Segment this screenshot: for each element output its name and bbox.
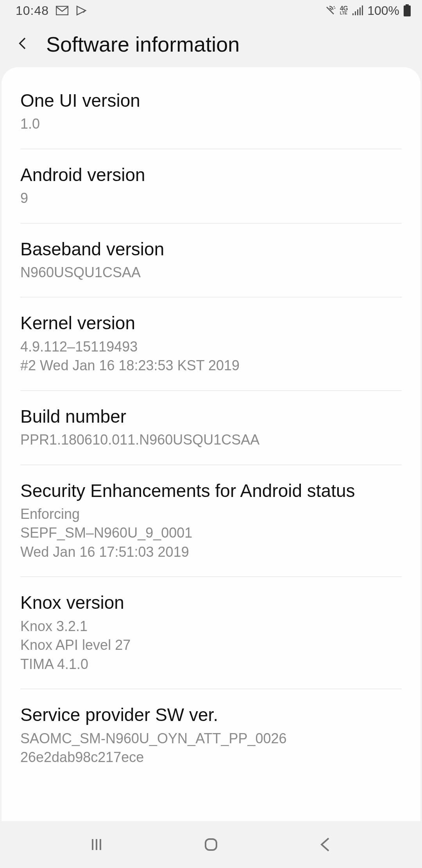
status-left: 10:48	[16, 4, 87, 18]
vibrate-icon	[324, 5, 336, 16]
row-value: 4.9.112–15119493 #2 Wed Jan 16 18:23:53 …	[20, 337, 402, 375]
battery-icon	[403, 4, 411, 17]
row-kernel-version[interactable]: Kernel version 4.9.112–15119493 #2 Wed J…	[20, 298, 402, 391]
svg-rect-5	[362, 5, 363, 15]
row-title: Service provider SW ver.	[20, 704, 402, 726]
back-nav-button[interactable]	[316, 835, 335, 854]
svg-rect-2	[355, 11, 356, 15]
network-4g-lte-icon: 4G LTE	[340, 6, 348, 15]
row-android-version[interactable]: Android version 9	[20, 149, 402, 224]
svg-rect-4	[359, 7, 361, 15]
header: Software information	[0, 21, 422, 67]
svg-rect-3	[357, 9, 358, 15]
status-right: 4G LTE 100%	[324, 4, 411, 18]
row-title: Kernel version	[20, 312, 402, 334]
row-build-number[interactable]: Build number PPR1.180610.011.N960USQU1CS…	[20, 391, 402, 465]
row-value: Knox 3.2.1 Knox API level 27 TIMA 4.1.0	[20, 617, 402, 674]
page-title: Software information	[46, 32, 240, 56]
content-card: One UI version 1.0 Android version 9 Bas…	[2, 67, 420, 821]
play-store-icon	[75, 5, 87, 16]
row-se-android-status[interactable]: Security Enhancements for Android status…	[20, 465, 402, 577]
recents-button[interactable]	[87, 835, 106, 854]
signal-icon	[352, 5, 363, 16]
row-title: Android version	[20, 164, 402, 186]
row-title: Security Enhancements for Android status	[20, 480, 402, 502]
row-service-provider-sw[interactable]: Service provider SW ver. SAOMC_SM-N960U_…	[20, 689, 402, 782]
status-bar: 10:48 4G LTE 100%	[0, 0, 422, 21]
row-value: 1.0	[20, 115, 402, 134]
back-button[interactable]	[16, 36, 30, 52]
svg-rect-6	[406, 4, 409, 5]
mail-icon	[56, 6, 68, 15]
row-one-ui-version[interactable]: One UI version 1.0	[20, 71, 402, 149]
row-title: Baseband version	[20, 239, 402, 260]
row-title: Knox version	[20, 592, 402, 613]
svg-rect-1	[352, 13, 354, 15]
row-baseband-version[interactable]: Baseband version N960USQU1CSAA	[20, 224, 402, 298]
row-title: One UI version	[20, 90, 402, 111]
navigation-bar	[0, 821, 422, 868]
battery-percent: 100%	[367, 4, 399, 18]
row-value: N960USQU1CSAA	[20, 263, 402, 282]
status-time: 10:48	[16, 4, 49, 18]
row-value: SAOMC_SM-N960U_OYN_ATT_PP_0026 26e2dab98…	[20, 729, 402, 767]
row-knox-version[interactable]: Knox version Knox 3.2.1 Knox API level 2…	[20, 577, 402, 689]
home-button[interactable]	[202, 835, 220, 854]
row-value: PPR1.180610.011.N960USQU1CSAA	[20, 430, 402, 450]
row-title: Build number	[20, 406, 402, 427]
svg-rect-7	[404, 5, 411, 16]
row-value: Enforcing SEPF_SM–N960U_9_0001 Wed Jan 1…	[20, 505, 402, 562]
svg-rect-11	[206, 839, 216, 850]
row-value: 9	[20, 189, 402, 208]
